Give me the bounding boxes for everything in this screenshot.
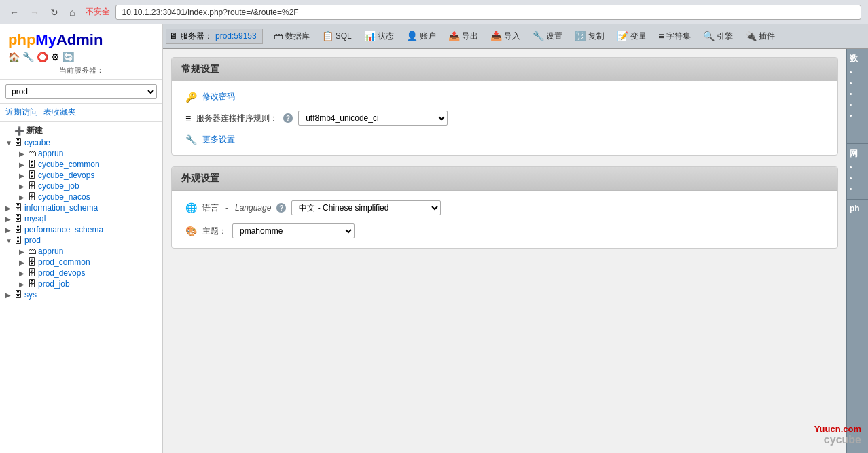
- collation-select[interactable]: utf8mb4_unicode_ci utf8_general_ci utf8m…: [298, 111, 448, 126]
- toolbar-btn-plugins[interactable]: 🔌 插件: [740, 28, 780, 45]
- sidebar-item-sys[interactable]: ▶ 🗄 sys: [0, 289, 162, 300]
- refresh2-icon[interactable]: 🔄: [62, 52, 74, 62]
- cycube-nacos-label: cycube_nacos: [38, 192, 90, 202]
- general-settings-header: 常规设置: [172, 58, 837, 81]
- language-label: 语言: [202, 202, 219, 214]
- forward-button[interactable]: →: [27, 5, 42, 19]
- sidebar-item-cycube-nacos[interactable]: ▶ 🗄 cycube_nacos: [0, 192, 162, 202]
- refresh-button[interactable]: ↻: [48, 5, 61, 19]
- change-password-link[interactable]: 修改密码: [202, 91, 235, 103]
- mysql-icon: 🗄: [14, 214, 22, 223]
- appearance-settings-header: 外观设置: [172, 167, 837, 191]
- recent-link[interactable]: 近期访问: [5, 107, 38, 118]
- language-row: 🌐 语言 - Language ? 中文 - Chinese simplifie…: [185, 200, 824, 215]
- app-container: phpMyAdmin 🏠 🔧 ⭕ ⚙ 🔄 当前服务器： prod 近期访问 表收…: [0, 24, 868, 453]
- cycube-label: cycube: [24, 138, 50, 147]
- language-select[interactable]: 中文 - Chinese simplified English 日本語: [291, 200, 441, 215]
- right-panel-section-network: 网 •••: [847, 144, 868, 200]
- sidebar-item-prod-job[interactable]: ▶ 🗄 prod_job: [0, 278, 162, 289]
- gear-icon[interactable]: ⚙: [51, 52, 60, 62]
- settings-icon2[interactable]: 🔧: [22, 52, 34, 62]
- toolbar-btn-status[interactable]: 📊 状态: [359, 28, 399, 45]
- toolbar-btn-variables[interactable]: 📝 变量: [611, 28, 652, 45]
- circle-icon[interactable]: ⭕: [37, 52, 48, 62]
- toolbar-btn-replication[interactable]: 🔢 复制: [569, 28, 610, 45]
- toolbar-btn-engine[interactable]: 🔍 引擎: [698, 28, 738, 45]
- apprun1-label: apprun: [38, 149, 63, 158]
- sidebar-item-cycube-common[interactable]: ▶ 🗄 cycube_common: [0, 159, 162, 170]
- toolbar-label-status: 状态: [378, 31, 394, 42]
- language-help-icon[interactable]: ?: [276, 203, 286, 213]
- home-icon[interactable]: 🏠: [8, 52, 20, 62]
- cycube-job-label: cycube_job: [38, 181, 79, 191]
- prod-common-icon: 🗄: [28, 257, 36, 267]
- sidebar-item-prod[interactable]: ▼ 🗄 prod: [0, 235, 162, 246]
- logo-my: My: [35, 31, 56, 48]
- security-warning: 不安全: [86, 6, 110, 18]
- logo-admin: Admin: [56, 31, 103, 48]
- sidebar-item-prod-common[interactable]: ▶ 🗄 prod_common: [0, 257, 162, 268]
- import-icon: 📥: [490, 31, 502, 41]
- collation-help-icon[interactable]: ?: [283, 113, 293, 123]
- center-panels: 常规设置 🔑 修改密码 ≡ 服务器连接排序规: [163, 49, 846, 453]
- sidebar-item-mysql[interactable]: ▶ 🗄 mysql: [0, 213, 162, 224]
- prod-label: prod: [24, 236, 41, 245]
- cycube-devops-label: cycube_devops: [38, 170, 94, 180]
- sidebar-item-apprun1[interactable]: ▶ 🗃 apprun: [0, 148, 162, 159]
- server-icon: 🖥: [169, 31, 177, 41]
- sidebar-item-cycube[interactable]: ▼ 🗄 cycube: [0, 137, 162, 148]
- back-button[interactable]: ←: [7, 5, 22, 19]
- sys-icon: 🗄: [14, 290, 22, 300]
- more-settings-link[interactable]: 更多设置: [202, 134, 235, 145]
- database-icon: 🗃: [274, 31, 283, 41]
- appearance-settings-panel: 外观设置 🌐 语言 - Language ? 中文 - Chinese simp…: [171, 166, 838, 249]
- top-toolbar: 🖥 服务器： prod:59153 🗃 数据库 📋 SQL 📊 状态 👤 账户: [163, 24, 868, 49]
- server-name-link[interactable]: prod:59153: [215, 31, 257, 41]
- right-section-data-bullets: •••••: [850, 67, 865, 122]
- variables-icon: 📝: [617, 31, 628, 41]
- sidebar-item-performance-schema[interactable]: ▶ 🗄 performance_schema: [0, 224, 162, 235]
- collation-icon: ≡: [185, 113, 191, 124]
- more-settings-icon: 🔧: [185, 134, 197, 145]
- home-button[interactable]: ⌂: [67, 5, 77, 19]
- sidebar-item-information-schema[interactable]: ▶ 🗄 information_schema: [0, 202, 162, 213]
- toolbar-label-import: 导入: [504, 31, 520, 42]
- server-select-wrap: prod: [0, 80, 162, 104]
- db-tree: ➕ 新建 ▼ 🗄 cycube ▶ 🗃 apprun ▶ 🗄 cycube_co…: [0, 122, 162, 303]
- engine-icon: 🔍: [703, 31, 715, 41]
- prod-job-label: prod_job: [38, 279, 70, 289]
- sys-label: sys: [24, 290, 37, 300]
- sidebar-item-cycube-devops[interactable]: ▶ 🗄 cycube_devops: [0, 170, 162, 181]
- prod-devops-icon: 🗄: [28, 268, 36, 278]
- sidebar-item-prod-apprun[interactable]: ▶ 🗃 apprun: [0, 246, 162, 257]
- new-db-item[interactable]: ➕ 新建: [0, 124, 162, 137]
- settings-toolbar-icon: 🔧: [532, 31, 544, 41]
- toolbar-btn-database[interactable]: 🗃 数据库: [268, 28, 315, 45]
- toolbar-label-engine: 引擎: [717, 31, 733, 42]
- appearance-settings-title: 外观设置: [181, 173, 219, 183]
- sidebar-item-cycube-job[interactable]: ▶ 🗄 cycube_job: [0, 181, 162, 192]
- more-settings-row: 🔧 更多设置: [185, 134, 824, 145]
- toolbar-btn-settings[interactable]: 🔧 设置: [527, 28, 568, 45]
- logo-area: phpMyAdmin 🏠 🔧 ⭕ ⚙ 🔄 当前服务器：: [0, 24, 162, 80]
- theme-select[interactable]: pmahomme original metro: [232, 223, 355, 238]
- key-icon: 🔑: [185, 92, 197, 103]
- toolbar-btn-sql[interactable]: 📋 SQL: [317, 28, 357, 44]
- server-select[interactable]: prod: [5, 84, 157, 99]
- toolbar-btn-accounts[interactable]: 👤 账户: [401, 28, 441, 45]
- toolbar-btn-import[interactable]: 📥 导入: [485, 28, 526, 45]
- prod-common-label: prod_common: [38, 257, 90, 267]
- right-panel-section-data: 数 •••••: [847, 49, 868, 144]
- collation-label: 服务器连接排序规则：: [196, 113, 278, 124]
- information-schema-label: information_schema: [24, 203, 98, 213]
- toolbar-btn-export[interactable]: 📤 导出: [443, 28, 484, 45]
- cycube-job-icon: 🗄: [28, 181, 36, 191]
- toolbar-btn-charset[interactable]: ≡ 字符集: [653, 28, 696, 45]
- language-icon: 🌐: [185, 202, 197, 213]
- address-bar[interactable]: [115, 5, 861, 20]
- favorites-link[interactable]: 表收藏夹: [43, 107, 76, 118]
- toolbar-label-database: 数据库: [285, 31, 310, 42]
- sidebar-item-prod-devops[interactable]: ▶ 🗄 prod_devops: [0, 268, 162, 278]
- prod-db-icon: 🗄: [14, 236, 22, 245]
- charset-icon: ≡: [659, 31, 664, 41]
